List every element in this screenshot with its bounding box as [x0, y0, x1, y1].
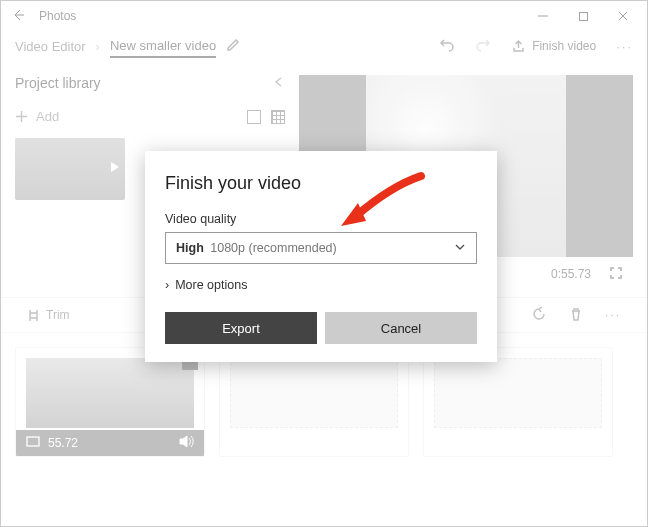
finish-video-dialog: Finish your video Video quality High 108…: [145, 151, 497, 362]
quality-suffix: 1080p (recommended): [210, 241, 336, 255]
more-options-toggle[interactable]: › More options: [165, 278, 477, 292]
export-button[interactable]: Export: [165, 312, 317, 344]
video-quality-label: Video quality: [165, 212, 477, 226]
chevron-down-icon: [454, 241, 466, 256]
dialog-title: Finish your video: [165, 173, 477, 194]
quality-value: High: [176, 241, 204, 255]
cancel-button[interactable]: Cancel: [325, 312, 477, 344]
chevron-right-icon: ›: [165, 278, 169, 292]
more-options-label: More options: [175, 278, 247, 292]
video-quality-select[interactable]: High 1080p (recommended): [165, 232, 477, 264]
